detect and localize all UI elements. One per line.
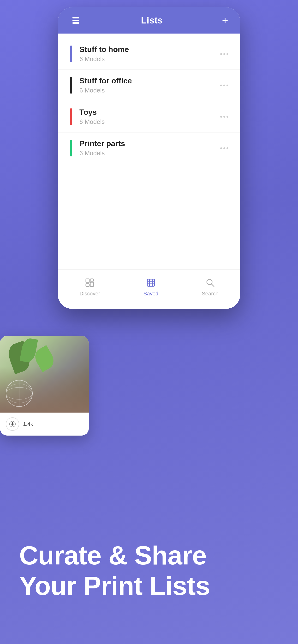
hero-text: Curate & Share Your Print Lists — [19, 540, 279, 601]
svg-line-13 — [211, 284, 214, 286]
search-label: Search — [202, 290, 219, 297]
more-options-1[interactable] — [220, 53, 228, 55]
color-bar-4 — [70, 140, 72, 156]
header-bar: Lists + — [58, 7, 240, 34]
item-name-4: Printer parts — [79, 139, 220, 148]
item-name-3: Toys — [79, 108, 220, 117]
header-title: Lists — [141, 15, 163, 26]
discover-icon — [84, 277, 96, 289]
hero-headline-line2: Your Print Lists — [19, 571, 279, 601]
saved-label: Saved — [143, 290, 158, 297]
list-item[interactable]: Toys 6 Models — [58, 101, 240, 132]
color-bar-1 — [70, 46, 72, 62]
search-icon — [204, 277, 216, 289]
nav-item-saved[interactable]: Saved — [134, 274, 168, 299]
item-name-1: Stuff to home — [79, 45, 220, 54]
phone-mockup: Lists + Stuff to home 6 Models Stuff for… — [58, 7, 240, 309]
color-bar-2 — [70, 77, 72, 94]
saved-icon — [145, 277, 157, 289]
item-text-2: Stuff for office 6 Models — [79, 76, 220, 94]
svg-rect-1 — [72, 20, 79, 21]
item-sub-4: 6 Models — [79, 150, 220, 157]
sphere-decor — [5, 379, 34, 408]
list-item[interactable]: Stuff to home 6 Models — [58, 38, 240, 70]
list-item[interactable]: Printer parts 6 Models — [58, 132, 240, 164]
hero-headline-line1: Curate & Share — [19, 540, 279, 571]
svg-rect-2 — [72, 22, 79, 24]
more-options-4[interactable] — [220, 147, 228, 149]
add-list-button[interactable]: + — [222, 15, 228, 26]
item-sub-2: 6 Models — [79, 87, 220, 94]
item-text-1: Stuff to home 6 Models — [79, 45, 220, 63]
layers-icon[interactable] — [70, 14, 82, 26]
item-sub-3: 6 Models — [79, 118, 220, 126]
nav-item-search[interactable]: Search — [192, 274, 228, 299]
item-name-2: Stuff for office — [79, 76, 220, 85]
plant-card-footer: 1.4k — [0, 412, 89, 436]
item-text-4: Printer parts 6 Models — [79, 139, 220, 157]
list-content: Stuff to home 6 Models Stuff for office … — [58, 34, 240, 269]
svg-rect-5 — [86, 284, 89, 286]
color-bar-3 — [70, 108, 72, 125]
plant-card: 1.4k — [0, 336, 89, 436]
svg-rect-3 — [86, 279, 89, 283]
svg-rect-4 — [90, 279, 94, 281]
svg-rect-7 — [147, 279, 155, 286]
empty-space — [58, 164, 240, 264]
more-options-2[interactable] — [220, 84, 228, 86]
plant-image — [0, 336, 89, 412]
svg-rect-0 — [72, 17, 79, 18]
svg-rect-6 — [90, 282, 94, 286]
more-options-3[interactable] — [220, 116, 228, 118]
download-button[interactable] — [6, 417, 19, 431]
item-text-3: Toys 6 Models — [79, 108, 220, 126]
download-count: 1.4k — [23, 421, 33, 427]
list-item[interactable]: Stuff for office 6 Models — [58, 70, 240, 101]
bottom-nav: Discover Saved Search — [58, 269, 240, 309]
item-sub-1: 6 Models — [79, 55, 220, 63]
nav-item-discover[interactable]: Discover — [70, 274, 110, 299]
discover-label: Discover — [79, 290, 100, 297]
